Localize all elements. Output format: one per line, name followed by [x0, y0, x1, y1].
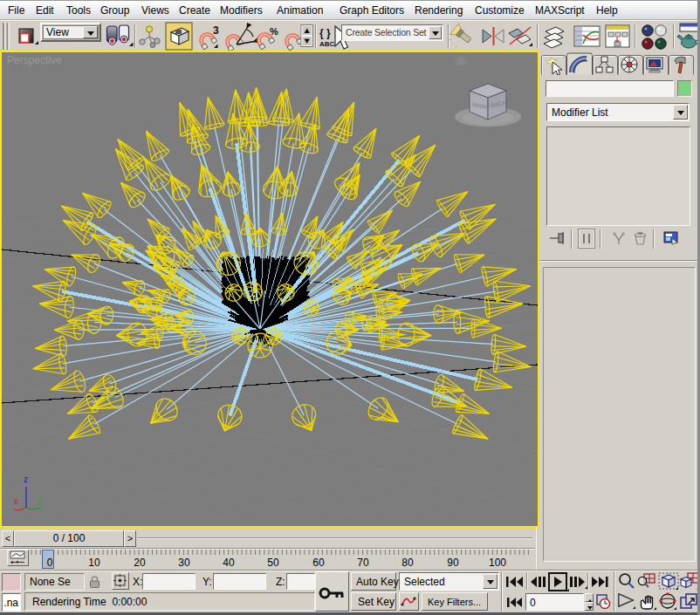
svg-text:x: x — [14, 496, 18, 506]
svg-text:y: y — [38, 495, 42, 505]
svg-text:3: 3 — [213, 24, 219, 37]
svg-text:{ }: { } — [319, 27, 331, 39]
svg-text:ABC: ABC — [319, 40, 335, 48]
svg-text:%: % — [270, 26, 278, 37]
svg-text:z: z — [24, 475, 28, 484]
